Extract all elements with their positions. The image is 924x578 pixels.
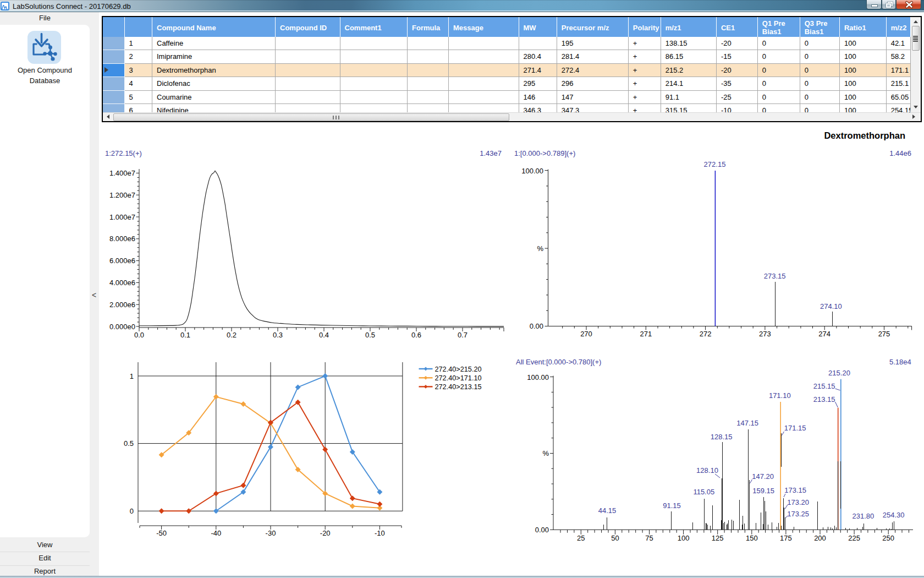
svg-text:4.000e6: 4.000e6	[109, 279, 135, 287]
svg-text:%: %	[537, 244, 543, 253]
svg-text:0.4: 0.4	[319, 331, 329, 339]
svg-text:272.40>171.10: 272.40>171.10	[435, 374, 482, 382]
svg-text:175: 175	[780, 534, 792, 542]
svg-text:272.40>213.15: 272.40>213.15	[435, 383, 482, 391]
svg-text:-20: -20	[320, 529, 331, 537]
svg-text:-40: -40	[211, 529, 221, 537]
svg-text:0.00: 0.00	[530, 322, 543, 330]
svg-text:1.200e7: 1.200e7	[109, 191, 135, 199]
svg-text:0.3: 0.3	[273, 331, 283, 339]
svg-text:272: 272	[700, 330, 712, 338]
svg-text:75: 75	[645, 534, 653, 542]
svg-text:1.44e6: 1.44e6	[889, 149, 911, 157]
svg-text:272.40>215.20: 272.40>215.20	[435, 366, 482, 373]
svg-text:0.5: 0.5	[365, 331, 375, 339]
svg-text:271: 271	[640, 330, 652, 338]
svg-text:150: 150	[746, 534, 758, 542]
svg-text:128.10: 128.10	[696, 466, 718, 475]
svg-text:272.15: 272.15	[704, 160, 726, 168]
svg-text:1.000e7: 1.000e7	[109, 213, 135, 221]
svg-text:All Event:[0.000->0.780](+): All Event:[0.000->0.780](+)	[516, 358, 601, 366]
svg-text:0: 0	[130, 507, 134, 515]
svg-text:0.0: 0.0	[134, 331, 144, 339]
svg-text:231.80: 231.80	[853, 512, 875, 520]
svg-text:1.400e7: 1.400e7	[109, 169, 135, 177]
svg-text:1.43e7: 1.43e7	[480, 149, 502, 157]
svg-text:5.18e4: 5.18e4	[889, 358, 911, 366]
svg-text:0.5: 0.5	[124, 439, 134, 448]
svg-text:25: 25	[577, 534, 585, 542]
svg-text:274: 274	[818, 330, 831, 338]
svg-text:0.7: 0.7	[458, 331, 468, 339]
svg-text:%: %	[542, 449, 549, 457]
svg-text:254.30: 254.30	[883, 511, 905, 519]
svg-text:273.15: 273.15	[764, 272, 786, 280]
svg-text:100: 100	[678, 534, 690, 542]
svg-text:0.1: 0.1	[180, 331, 190, 339]
svg-text:270: 270	[580, 330, 592, 338]
svg-text:215.20: 215.20	[828, 369, 850, 377]
svg-text:215.15: 215.15	[813, 382, 835, 390]
svg-text:173.20: 173.20	[787, 498, 809, 506]
svg-text:8.000e6: 8.000e6	[109, 235, 135, 243]
svg-text:115.05: 115.05	[693, 488, 714, 496]
svg-text:50: 50	[611, 534, 619, 542]
svg-text:125: 125	[712, 534, 724, 542]
svg-text:-10: -10	[375, 529, 385, 537]
svg-text:250: 250	[882, 534, 894, 542]
svg-text:173.25: 173.25	[787, 510, 809, 518]
svg-text:-50: -50	[156, 529, 167, 537]
svg-text:44.15: 44.15	[598, 506, 617, 515]
svg-text:0.00: 0.00	[535, 526, 549, 534]
svg-text:1:272.15(+): 1:272.15(+)	[105, 149, 142, 157]
svg-text:0.6: 0.6	[411, 331, 421, 339]
svg-text:1: 1	[130, 372, 134, 380]
svg-text:171.15: 171.15	[784, 424, 806, 432]
svg-text:0.2: 0.2	[227, 331, 237, 339]
svg-text:273: 273	[759, 330, 771, 338]
svg-text:225: 225	[848, 534, 860, 542]
svg-text:275: 275	[878, 330, 890, 338]
svg-text:91.15: 91.15	[663, 501, 681, 510]
svg-text:147.15: 147.15	[736, 419, 758, 427]
svg-text:171.10: 171.10	[769, 391, 791, 400]
svg-text:100.00: 100.00	[527, 373, 549, 381]
svg-text:147.20: 147.20	[752, 472, 774, 481]
svg-text:100.00: 100.00	[521, 167, 543, 175]
svg-text:128.15: 128.15	[711, 433, 733, 441]
svg-text:159.15: 159.15	[752, 487, 774, 495]
svg-text:-30: -30	[266, 529, 276, 537]
svg-text:200: 200	[814, 534, 826, 542]
svg-text:0.000e0: 0.000e0	[109, 323, 135, 331]
svg-text:1:[0.000->0.789](+): 1:[0.000->0.789](+)	[514, 149, 575, 157]
svg-text:213.15: 213.15	[813, 395, 835, 403]
svg-text:6.000e6: 6.000e6	[109, 257, 135, 265]
svg-text:173.15: 173.15	[784, 486, 806, 494]
svg-text:2.000e6: 2.000e6	[109, 301, 135, 309]
svg-text:274.10: 274.10	[820, 302, 842, 310]
